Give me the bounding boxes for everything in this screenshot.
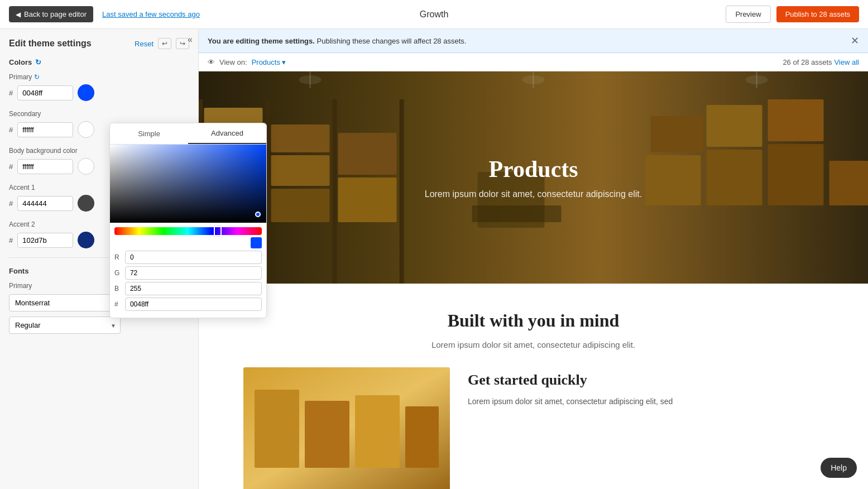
view-on-product[interactable]: Products ▾ xyxy=(252,58,286,66)
hero-title: Products xyxy=(425,156,642,183)
sidebar-title: Edit theme settings xyxy=(9,39,92,49)
back-arrow-icon: ◀ xyxy=(16,11,21,18)
fonts-title: Fonts xyxy=(9,267,28,275)
color-spectrum[interactable] xyxy=(114,227,262,235)
accent2-color-input[interactable] xyxy=(17,233,73,248)
section-description: Lorem ipsum dolor sit amet, consectetur … xyxy=(243,340,823,349)
hex-input[interactable] xyxy=(125,298,262,311)
svg-rect-35 xyxy=(355,395,400,468)
back-button[interactable]: ◀ Back to page editor xyxy=(9,6,93,22)
card-title: Get started quickly xyxy=(468,372,823,389)
last-saved[interactable]: Last saved a few seconds ago xyxy=(102,10,200,18)
accent1-color-swatch[interactable] xyxy=(78,195,94,212)
main-layout: Edit theme settings Reset ↩ ↪ Colors ↻ P… xyxy=(0,29,868,489)
r-label: R xyxy=(114,253,122,261)
card-image xyxy=(243,367,450,489)
color-gradient[interactable] xyxy=(110,145,266,223)
font-family-wrapper: Montserrat xyxy=(9,294,121,311)
g-label: G xyxy=(114,269,122,277)
gradient-canvas xyxy=(110,145,266,223)
body-bg-color-input[interactable] xyxy=(17,159,73,174)
gradient-indicator xyxy=(255,212,261,217)
info-bar: You are editing theme settings. Publishi… xyxy=(199,29,868,53)
tab-simple[interactable]: Simple xyxy=(110,123,188,144)
sidebar-collapse-button[interactable]: « xyxy=(188,35,193,45)
assets-count: 26 of 28 assets xyxy=(783,58,832,66)
sidebar-header: Edit theme settings Reset ↩ ↪ xyxy=(9,38,189,49)
r-input[interactable] xyxy=(125,251,262,264)
cards-row: Get started quickly Lorem ipsum dolor si… xyxy=(243,367,823,489)
b-input[interactable] xyxy=(125,282,262,295)
hero-subtitle: Lorem ipsum dolor sit amet, consectetur … xyxy=(425,189,642,199)
eye-icon: 👁 xyxy=(208,58,215,66)
page-content: Products Lorem ipsum dolor sit amet, con… xyxy=(199,71,868,489)
reset-button[interactable]: Reset xyxy=(135,40,154,48)
card-image-svg xyxy=(243,367,450,489)
assets-count-area: 26 of 28 assets View all xyxy=(783,57,859,66)
section-heading: Built with you in mind xyxy=(243,310,823,331)
topbar-left: ◀ Back to page editor Last saved a few s… xyxy=(9,6,200,22)
card-description: Lorem ipsum dolor sit amet, consectetur … xyxy=(468,395,823,408)
sidebar-actions: Reset ↩ ↪ xyxy=(135,38,189,49)
secondary-label: Secondary xyxy=(9,110,189,118)
topbar-right: Preview Publish to 28 assets xyxy=(726,6,859,23)
hero-text: Products Lorem ipsum dolor sit amet, con… xyxy=(425,156,642,199)
color-current-swatch xyxy=(251,237,262,248)
hero-section: Products Lorem ipsum dolor sit amet, con… xyxy=(199,71,868,284)
svg-rect-33 xyxy=(255,390,299,468)
primary-label: Primary ↻ xyxy=(9,73,189,81)
primary-color-row: Primary ↻ # xyxy=(9,73,189,101)
b-label: B xyxy=(114,285,122,293)
svg-rect-34 xyxy=(305,401,349,468)
tab-advanced[interactable]: Advanced xyxy=(188,123,266,144)
secondary-color-input[interactable] xyxy=(17,122,73,137)
color-picker-popup: Simple Advanced R G B xyxy=(109,123,267,318)
page-title: Growth xyxy=(420,9,449,20)
accent1-color-input[interactable] xyxy=(17,196,73,211)
primary-color-input[interactable] xyxy=(17,85,73,100)
font-family-select[interactable]: Montserrat xyxy=(9,294,121,311)
primary-input-row: # xyxy=(9,84,189,101)
primary-refresh-icon[interactable]: ↻ xyxy=(34,73,40,81)
blue-indicator-row xyxy=(114,237,262,248)
info-text: You are editing theme settings. Publishi… xyxy=(208,37,466,45)
undo-button[interactable]: ↩ xyxy=(158,38,171,49)
picker-tabs: Simple Advanced xyxy=(110,123,266,145)
preview-area: You are editing theme settings. Publishi… xyxy=(199,29,868,489)
card-text: Get started quickly Lorem ipsum dolor si… xyxy=(468,367,823,408)
help-button[interactable]: Help xyxy=(821,458,857,478)
spectrum-indicator xyxy=(214,226,222,236)
r-input-row: R xyxy=(114,251,262,264)
hex-input-row: # xyxy=(114,298,262,311)
rgb-inputs: R G B # xyxy=(110,251,266,311)
primary-color-swatch[interactable] xyxy=(78,84,94,101)
body-bg-color-swatch[interactable] xyxy=(78,158,94,175)
dropdown-arrow-icon: ▾ xyxy=(282,58,286,66)
publish-button[interactable]: Publish to 28 assets xyxy=(776,6,859,22)
hash-label: # xyxy=(114,300,122,308)
view-on-bar: 👁 View on: Products ▾ 26 of 28 assets Vi… xyxy=(199,53,868,71)
secondary-color-swatch[interactable] xyxy=(78,121,94,138)
font-weight-wrapper: Regular xyxy=(9,317,121,334)
font-weight-select[interactable]: Regular xyxy=(9,317,121,334)
view-on-left: 👁 View on: Products ▾ xyxy=(208,58,286,66)
topbar: ◀ Back to page editor Last saved a few s… xyxy=(0,0,868,29)
svg-rect-36 xyxy=(405,406,439,468)
accent2-color-swatch[interactable] xyxy=(78,232,94,248)
b-input-row: B xyxy=(114,282,262,295)
close-info-button[interactable]: ✕ xyxy=(851,35,859,47)
g-input[interactable] xyxy=(125,266,262,280)
colors-section-title: Colors ↻ xyxy=(9,58,189,66)
section-below: Built with you in mind Lorem ipsum dolor… xyxy=(199,284,868,489)
view-all-link[interactable]: View all xyxy=(834,58,859,66)
colors-refresh-icon[interactable]: ↻ xyxy=(35,58,41,66)
preview-button[interactable]: Preview xyxy=(726,6,770,23)
g-input-row: G xyxy=(114,266,262,280)
font-weight-row: Regular xyxy=(9,317,189,334)
